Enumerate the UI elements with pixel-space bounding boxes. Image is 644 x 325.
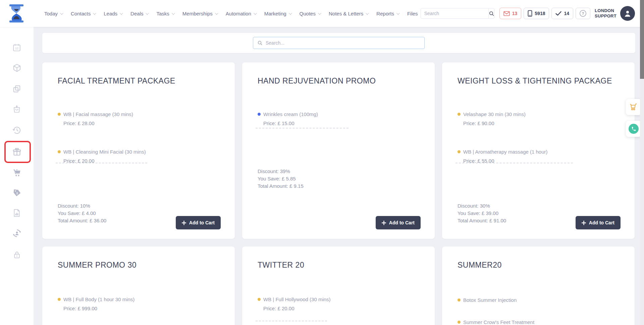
item-name: WB | Aromatherapy massage (1 hour) (463, 149, 625, 155)
user-name-line2: SUPPORT (595, 13, 616, 19)
package-item: Wrinkles cream (100mg) Price: £ 15.00 (258, 111, 425, 126)
user-name-line1: LONDON (595, 8, 616, 13)
package-item: WB | Cleansing Mini Facial (30 mins) Pri… (58, 149, 225, 164)
nav-label: Notes & Letters (329, 11, 363, 16)
sidebar-item-calendar[interactable]: 12 (0, 43, 34, 52)
package-item: WB | Full Body (1 hour 30 mins) Price: £… (58, 296, 225, 311)
you-save-line: You Save: £ 39.00 (458, 210, 506, 217)
floating-call-button[interactable] (626, 121, 641, 137)
chevron-down-icon (215, 11, 218, 15)
package-title: FACIAL TREATMENT PACKAGE (58, 76, 225, 86)
sidebar-item-security[interactable] (0, 251, 34, 259)
user-name: LONDON SUPPORT (595, 8, 616, 19)
plus-icon (182, 221, 186, 225)
shopping-bag-download-icon (12, 105, 21, 113)
package-title: TWITTER 20 (258, 261, 425, 270)
main-nav: Today Contacts Leads Deals Tasks Members… (44, 0, 418, 27)
app-logo[interactable] (7, 4, 26, 24)
mail-icon (503, 11, 510, 16)
nav-deals[interactable]: Deals (130, 11, 148, 16)
top-header: Today Contacts Leads Deals Tasks Members… (0, 0, 644, 27)
add-to-cart-button[interactable]: Add to Cart (176, 216, 221, 229)
sidebar-item-account[interactable] (0, 229, 34, 238)
sidebar-item-products[interactable] (0, 63, 34, 72)
nav-today[interactable]: Today (44, 11, 62, 16)
phone-icon (631, 126, 636, 131)
discount-line: Discount: 30% (458, 202, 506, 210)
nav-label: Reports (376, 11, 394, 16)
call-circle (629, 124, 639, 134)
chevron-down-icon (254, 11, 257, 15)
chevron-down-icon (366, 11, 369, 15)
scrollbar-thumb[interactable] (640, 0, 644, 79)
person-icon (623, 9, 632, 18)
item-bullet (258, 113, 261, 116)
nav-files[interactable]: Files (407, 11, 418, 16)
chevron-down-icon (60, 11, 63, 15)
nav-marketing[interactable]: Marketing (264, 11, 291, 16)
nav-quotes[interactable]: Quotes (300, 11, 320, 16)
header-search (421, 8, 494, 19)
nav-tasks[interactable]: Tasks (156, 11, 174, 16)
sidebar-item-purchases[interactable] (0, 105, 34, 113)
sidebar-item-pricing[interactable]: $ (0, 188, 34, 198)
total-amount-line: Total Amount: £ 9.15 (258, 182, 304, 190)
copy-icon (12, 85, 21, 93)
sidebar-item-promotions[interactable] (0, 147, 34, 156)
package-item: Summer Crow's Feet Treatment (458, 319, 625, 325)
nav-label: Automation (226, 11, 251, 16)
total-amount-line: Total Amount: £ 91.00 (458, 217, 506, 224)
sidebar-item-reports[interactable] (0, 209, 34, 217)
item-price: Price: £ 15.00 (263, 120, 425, 126)
nav-label: Contacts (71, 11, 91, 16)
you-save-line: You Save: £ 4.00 (58, 210, 106, 217)
chevron-down-icon (289, 11, 292, 15)
avatar[interactable] (620, 6, 635, 21)
sidebar-item-cart[interactable] (0, 168, 34, 177)
mail-notifications-badge[interactable]: 13 (499, 8, 522, 19)
svg-text:12: 12 (15, 47, 18, 50)
nav-label: Tasks (156, 11, 169, 16)
chevron-down-icon (172, 11, 175, 15)
item-price: Price: £ 20.00 (263, 306, 425, 311)
item-price: Price: £ 28.00 (63, 120, 225, 126)
package-title: SUMMER PROMO 30 (58, 261, 225, 270)
header-search-input[interactable] (421, 8, 488, 18)
add-to-cart-button[interactable]: Add to Cart (376, 216, 421, 229)
check-count: 14 (564, 11, 569, 16)
item-bullet (458, 299, 461, 302)
chevron-down-icon (146, 11, 149, 15)
package-title: WEIGHT LOSS & TIGHTENING PACKAGE (458, 76, 625, 86)
content-search-input[interactable] (266, 40, 424, 46)
svg-text:?: ? (582, 11, 584, 15)
search-icon (257, 40, 263, 46)
scrollbar-track[interactable] (640, 0, 644, 325)
tasks-done-badge[interactable]: 14 (551, 8, 573, 19)
sidebar-item-history[interactable] (0, 126, 34, 135)
nav-memberships[interactable]: Memberships (182, 11, 217, 16)
add-to-cart-button[interactable]: Add to Cart (576, 216, 621, 229)
sidebar-item-copies[interactable] (0, 85, 34, 93)
nav-contacts[interactable]: Contacts (71, 11, 95, 16)
left-sidebar: 12 (0, 27, 34, 325)
header-search-button[interactable] (488, 8, 494, 18)
nav-leads[interactable]: Leads (104, 11, 122, 16)
total-amount-line: Total Amount: £ 36.00 (58, 217, 106, 224)
nav-reports[interactable]: Reports (376, 11, 399, 16)
phone-count: 5918 (535, 11, 545, 16)
package-title: HAND REJUVENATION PROMO (258, 76, 425, 86)
item-name: Botox Summer Injection (463, 297, 625, 303)
help-button[interactable]: ? (576, 8, 590, 19)
nav-label: Memberships (182, 11, 213, 16)
discount-line: Discount: 10% (58, 202, 106, 210)
package-card-weight-loss: WEIGHT LOSS & TIGHTENING PACKAGE Velasha… (442, 62, 635, 239)
nav-notes-letters[interactable]: Notes & Letters (329, 11, 368, 16)
divider (256, 321, 327, 321)
phone-extension-badge[interactable]: 5918 (524, 8, 549, 19)
history-icon (12, 126, 21, 135)
nav-automation[interactable]: Automation (226, 11, 256, 16)
floating-cart-button[interactable] (626, 99, 641, 115)
chevron-down-icon (318, 11, 321, 15)
nav-label: Marketing (264, 11, 286, 16)
item-name: Velashape 30 min (30 mins) (463, 111, 625, 117)
